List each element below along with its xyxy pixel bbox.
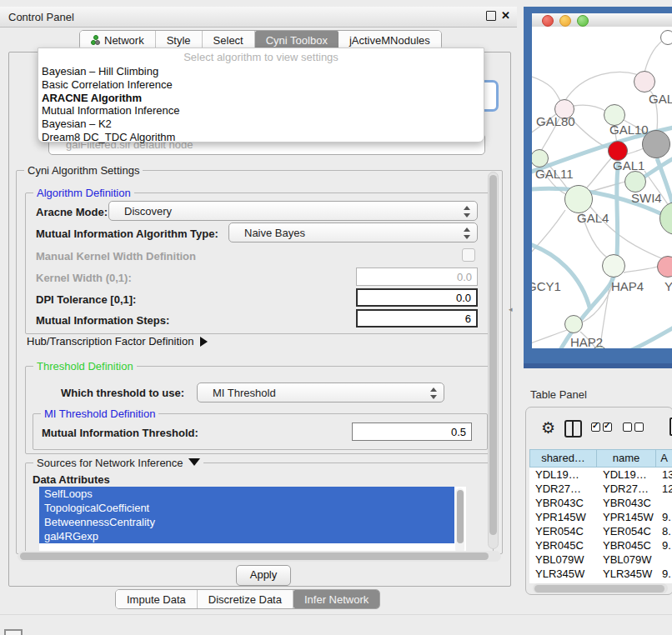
table-cell xyxy=(656,496,672,510)
table-body: YDL19…YDL19…13YDR27…YDR27…12YBR043CYBR04… xyxy=(529,468,672,583)
dock-chip-icon[interactable] xyxy=(4,629,23,635)
dpi-tolerance-field[interactable] xyxy=(356,288,478,307)
network-node[interactable] xyxy=(634,71,655,92)
table-cell: YDR27… xyxy=(529,482,597,496)
network-node[interactable] xyxy=(642,130,670,158)
table-row[interactable]: YBL079WYBL079W xyxy=(529,552,672,567)
mi-algorithm-type-combo[interactable]: Naive Bayes xyxy=(228,222,478,242)
divider-line xyxy=(0,614,672,615)
table-row[interactable]: YPR145WYPR145W9. xyxy=(529,510,672,524)
table-horizontal-scrollbar[interactable] xyxy=(533,583,668,593)
algorithm-definition-title: Algorithm Definition xyxy=(33,187,134,199)
table-cell: 9. xyxy=(656,510,672,524)
data-attributes-label: Data Attributes xyxy=(33,473,110,486)
settings-horizontal-scrollbar[interactable] xyxy=(18,551,501,562)
sources-group: Sources for Network Inference Data Attri… xyxy=(25,462,494,557)
node-label: GAL11 xyxy=(535,167,574,181)
select-all-icon[interactable] xyxy=(591,422,612,432)
dropdown-item[interactable]: ARACNE Algorithm xyxy=(38,92,484,105)
dropdown-item[interactable]: Bayesian – K2 xyxy=(38,118,484,131)
tab-impute-data[interactable]: Impute Data xyxy=(116,590,198,608)
zoom-traffic-light[interactable] xyxy=(577,15,589,27)
mi-steps-field[interactable] xyxy=(356,309,478,328)
table-cell: YBR043C xyxy=(529,496,597,510)
table-cell: YER054C xyxy=(597,524,656,538)
table-row[interactable]: YDL19…YDL19…13 xyxy=(529,468,672,482)
kernel-width-label: Kernel Width (0,1): xyxy=(36,272,132,284)
deselect-all-icon[interactable] xyxy=(623,422,644,432)
node-label: GAL xyxy=(649,92,672,106)
column-layout-icon[interactable] xyxy=(564,420,582,438)
gear-icon[interactable]: ⚙ xyxy=(541,419,555,438)
table-cell: YBL079W xyxy=(529,552,597,567)
settings-vertical-scrollbar[interactable] xyxy=(488,172,499,549)
list-scrollbar[interactable] xyxy=(455,488,464,553)
sources-title: Sources for Network Inference xyxy=(37,457,183,469)
dropdown-item[interactable]: Bayesian – Hill Climbing xyxy=(38,65,484,78)
table-row[interactable]: YBR045CYBR045C9. xyxy=(529,538,672,552)
tab-infer-network[interactable]: Infer Network xyxy=(293,590,379,608)
table-cell: YBR045C xyxy=(597,538,656,552)
dropdown-item[interactable]: Dream8 DC_TDC Algorithm xyxy=(38,131,484,144)
attribute-item[interactable]: gal4RGexp xyxy=(39,529,454,543)
control-panel-title: Control Panel xyxy=(8,11,74,23)
network-window-titlebar[interactable] xyxy=(532,13,672,28)
mi-threshold-label: Mutual Information Threshold: xyxy=(42,427,198,439)
table-row[interactable]: YER054CYER054C8. xyxy=(529,524,672,538)
close-icon[interactable]: ✕ xyxy=(501,11,510,21)
network-node[interactable] xyxy=(602,254,625,278)
dropdown-item[interactable]: Mutual Information Inference xyxy=(38,104,484,118)
tab-network[interactable]: Network xyxy=(80,31,156,49)
mi-algorithm-type-label: Mutual Information Algorithm Type: xyxy=(36,228,218,240)
sources-title-row[interactable]: Sources for Network Inference xyxy=(33,457,203,469)
network-node[interactable] xyxy=(564,315,583,333)
table-row[interactable]: YLR345WYLR345W9. xyxy=(529,567,672,581)
attribute-item[interactable]: TopologicalCoefficient xyxy=(39,501,454,515)
table-toolbar: ⚙ xyxy=(531,419,672,439)
table-cell: YLR345W xyxy=(597,567,656,581)
tab-cyni-toolbox[interactable]: Cyni Toolbox xyxy=(255,31,339,49)
dropdown-list: Bayesian – Hill ClimbingBasic Correlatio… xyxy=(38,65,484,144)
table-cell: 13 xyxy=(656,468,672,482)
table-cell: 8. xyxy=(656,524,672,538)
tab-style[interactable]: Style xyxy=(156,31,203,49)
threshold-definition-group: Threshold Definition Which threshold to … xyxy=(25,366,494,454)
network-view-window: GALGAL80GAL10GAL1GAL11SWI4GAL4GCY1HAP4YH… xyxy=(524,7,672,368)
which-threshold-combo[interactable]: MI Threshold xyxy=(197,382,444,402)
tab-select[interactable]: Select xyxy=(203,31,255,49)
float-window-icon[interactable] xyxy=(486,11,496,21)
column-header[interactable]: shared… xyxy=(529,449,597,468)
bottom-tabbar: Impute DataDiscretize DataInfer Network xyxy=(115,589,380,609)
table-panel-title: Table Panel xyxy=(530,388,587,401)
which-threshold-label: Which threshold to use: xyxy=(61,387,184,399)
table-cell: 12 xyxy=(656,482,672,496)
tab-jactivemnodules[interactable]: jActiveMNodules xyxy=(339,31,441,49)
tab-label: Select xyxy=(213,34,243,47)
table-header-row: shared…nameA xyxy=(529,449,672,468)
mi-steps-label: Mutual Information Steps: xyxy=(36,314,169,327)
apply-button[interactable]: Apply xyxy=(236,565,291,586)
network-node[interactable] xyxy=(660,30,672,45)
column-header[interactable]: A xyxy=(656,449,672,468)
node-label: Y xyxy=(664,279,672,293)
hub-section-toggle[interactable]: Hub/Transcription Factor Definition xyxy=(27,335,208,348)
attribute-item[interactable]: SelfLoops xyxy=(39,487,454,501)
network-node[interactable] xyxy=(564,185,593,213)
splitter-collapse-icon[interactable]: ◂ xyxy=(509,305,513,313)
minimize-traffic-light[interactable] xyxy=(559,15,571,27)
close-traffic-light[interactable] xyxy=(542,15,554,27)
aracne-mode-combo[interactable]: Discovery xyxy=(108,201,478,221)
node-label: GAL80 xyxy=(536,114,575,128)
table-cell: YBL079W xyxy=(597,552,656,567)
mi-threshold-field[interactable] xyxy=(352,422,472,441)
tab-label: Network xyxy=(104,34,144,47)
network-canvas[interactable]: GALGAL80GAL10GAL1GAL11SWI4GAL4GCY1HAP4YH… xyxy=(532,27,672,348)
tab-discretize-data[interactable]: Discretize Data xyxy=(198,590,293,608)
table-row[interactable]: YBR043CYBR043C xyxy=(529,496,672,510)
dropdown-item[interactable]: Basic Correlation Inference xyxy=(38,78,484,92)
table-row[interactable]: YDR27…YDR27…12 xyxy=(529,482,672,496)
column-header[interactable]: name xyxy=(597,449,656,468)
algorithm-dropdown-popup: Select algorithm to view settings Bayesi… xyxy=(38,48,484,142)
network-node[interactable] xyxy=(624,171,646,192)
attribute-item[interactable]: BetweennessCentrality xyxy=(39,515,454,529)
